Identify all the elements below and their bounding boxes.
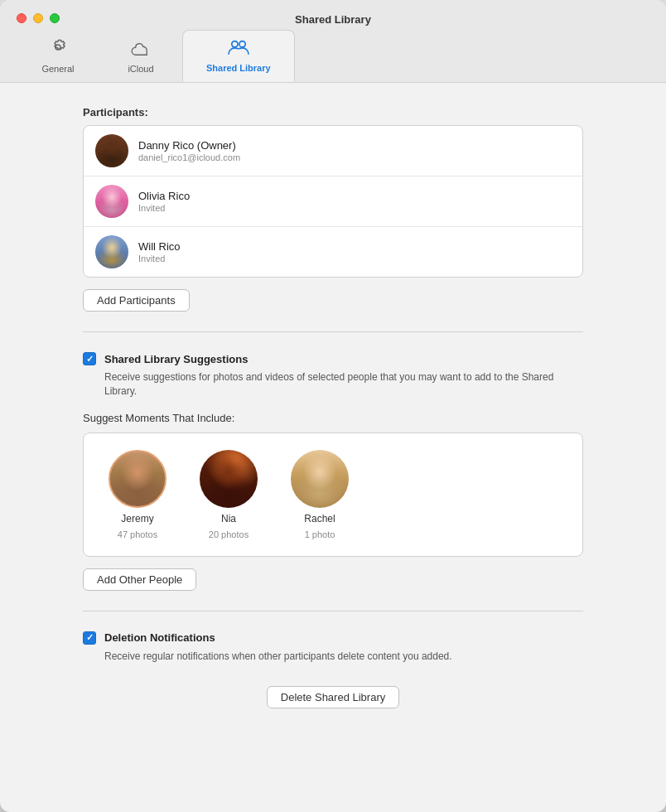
participant-name-danny: Danny Rico (Owner) [138,139,571,152]
add-other-people-button[interactable]: Add Other People [83,568,196,591]
participant-row-danny: Danny Rico (Owner) daniel_rico1@icloud.c… [84,126,582,176]
deletion-checkbox-label: Deletion Notifications [104,631,215,644]
svg-point-1 [239,41,245,47]
gear-icon [49,38,67,60]
suggestions-checkbox-row: Shared Library Suggestions [83,352,583,365]
moment-name-nia: Nia [221,513,236,524]
participant-name-will: Will Rico [138,240,571,253]
delete-shared-library-button[interactable]: Delete Shared Library [267,686,399,708]
deletion-checkbox-row: Deletion Notifications [83,631,583,645]
delete-button-wrapper: Delete Shared Library [83,686,583,708]
moments-box: Jeremy 47 photos Nia 20 photos Rachel 1 … [83,433,583,557]
main-window: Shared Library General [0,0,666,812]
suggestions-section: Shared Library Suggestions Receive sugge… [83,352,583,399]
suggest-moments-label: Suggest Moments That Include: [83,412,583,424]
participants-section-label: Participants: [83,106,583,118]
avatar-rachel [291,450,349,508]
participant-info-olivia: Olivia Rico Invited [138,190,571,213]
tab-icloud[interactable]: iCloud [99,35,182,82]
divider-1 [83,331,583,332]
tab-general[interactable]: General [17,31,99,82]
cloud-icon [130,41,152,60]
suggestions-description: Receive suggestions for photos and video… [104,370,583,399]
title-bar: Shared Library General [0,0,666,83]
suggestions-checkbox[interactable] [83,352,96,365]
moment-count-nia: 20 photos [209,529,249,539]
avatar-olivia [95,185,128,218]
avatar-jeremy [109,450,166,508]
tab-shared-library[interactable]: Shared Library [182,30,295,82]
participants-list: Danny Rico (Owner) daniel_rico1@icloud.c… [83,125,583,278]
deletion-checkbox[interactable] [83,631,96,645]
divider-2 [83,611,583,611]
participant-row-will: Will Rico Invited [84,227,582,277]
add-participants-button[interactable]: Add Participants [83,289,190,312]
participant-info-danny: Danny Rico (Owner) daniel_rico1@icloud.c… [138,139,571,162]
shared-library-icon [227,37,250,60]
participant-row-olivia: Olivia Rico Invited [84,176,582,227]
participant-sub-will: Invited [138,254,571,263]
avatar-will [95,235,128,268]
deletion-description: Receive regular notifications when other… [104,650,583,664]
moment-count-jeremy: 47 photos [118,529,157,539]
avatar-danny [95,134,128,167]
suggestions-checkbox-label: Shared Library Suggestions [104,353,248,365]
deletion-section: Deletion Notifications Receive regular n… [83,631,583,664]
participant-name-olivia: Olivia Rico [138,190,571,202]
moment-count-rachel: 1 photo [305,529,335,539]
moment-item-rachel[interactable]: Rachel 1 photo [291,450,349,539]
svg-point-0 [232,41,238,47]
tab-icloud-label: iCloud [128,64,153,74]
main-content: Participants: Danny Rico (Owner) daniel_… [0,83,666,812]
participant-sub-olivia: Invited [138,203,571,213]
participant-info-will: Will Rico Invited [138,240,571,263]
moment-name-rachel: Rachel [304,513,335,524]
tab-bar: General iCloud [17,30,649,82]
participant-sub-danny: daniel_rico1@icloud.com [138,152,571,162]
moment-name-jeremy: Jeremy [121,513,153,524]
moment-item-nia[interactable]: Nia 20 photos [200,450,258,539]
tab-shared-library-label: Shared Library [206,63,271,73]
avatar-nia [200,450,258,508]
moment-item-jeremy[interactable]: Jeremy 47 photos [109,450,166,539]
window-title: Shared Library [0,13,666,26]
tab-general-label: General [41,64,74,74]
